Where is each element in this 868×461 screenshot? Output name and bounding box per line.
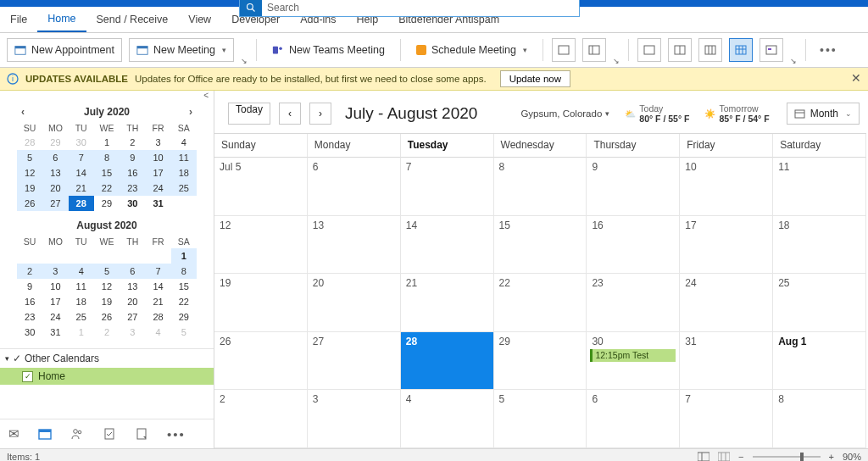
mini-day[interactable]: 2 bbox=[17, 264, 42, 279]
mini-day[interactable]: 12 bbox=[17, 165, 42, 181]
view-workweek-button[interactable] bbox=[582, 38, 606, 62]
mini-day[interactable]: 4 bbox=[145, 325, 170, 340]
mini-day[interactable]: 2 bbox=[94, 325, 120, 340]
mini-day[interactable]: 30 bbox=[17, 325, 42, 340]
day-cell[interactable]: 15 bbox=[494, 216, 587, 275]
day-cell[interactable]: 18 bbox=[773, 216, 866, 275]
mini-day[interactable]: 3 bbox=[120, 325, 145, 340]
mini-day[interactable]: 18 bbox=[171, 165, 197, 181]
day-cell[interactable]: 6 bbox=[308, 158, 401, 216]
mini-day[interactable]: 28 bbox=[69, 196, 94, 211]
mini-day[interactable]: 5 bbox=[17, 150, 42, 165]
mini-day[interactable]: 24 bbox=[145, 181, 170, 196]
mini-day[interactable]: 1 bbox=[94, 135, 120, 150]
zoom-slider[interactable] bbox=[753, 456, 821, 458]
mini-day[interactable]: 10 bbox=[42, 279, 68, 294]
mini-day[interactable]: 31 bbox=[145, 196, 170, 211]
mini-day[interactable]: 28 bbox=[17, 135, 42, 150]
close-icon[interactable]: ✕ bbox=[851, 71, 861, 85]
day-cell[interactable]: 21 bbox=[401, 274, 494, 332]
arrange-schedule-button[interactable] bbox=[760, 38, 783, 62]
mini-day[interactable]: 26 bbox=[17, 196, 42, 211]
prev-month-button[interactable]: ‹ bbox=[17, 106, 29, 118]
tasks-icon[interactable] bbox=[103, 427, 116, 441]
mini-day[interactable]: 20 bbox=[42, 181, 68, 196]
day-cell[interactable]: Aug 1 bbox=[773, 332, 866, 391]
day-cell[interactable]: Jul 5 bbox=[214, 158, 308, 216]
mini-day[interactable]: 13 bbox=[120, 279, 145, 294]
mini-day[interactable]: 14 bbox=[145, 279, 170, 294]
day-cell[interactable]: 29 bbox=[494, 332, 587, 391]
mini-day[interactable]: 27 bbox=[42, 196, 68, 211]
people-icon[interactable] bbox=[70, 427, 84, 441]
view-picker-button[interactable]: Month ⌄ bbox=[787, 103, 860, 125]
schedule-meeting-button[interactable]: Schedule Meeting ▾ bbox=[409, 39, 534, 61]
next-month-button[interactable]: › bbox=[185, 106, 197, 118]
day-cell[interactable]: 22 bbox=[494, 274, 587, 332]
checkbox-icon[interactable]: ✓ bbox=[22, 371, 33, 382]
new-teams-meeting-button[interactable]: New Teams Meeting bbox=[265, 39, 392, 61]
day-cell[interactable]: 3 bbox=[308, 390, 401, 448]
mini-day[interactable]: 6 bbox=[42, 150, 68, 165]
collapse-sidebar-button[interactable]: < bbox=[0, 91, 214, 103]
arrange-week-button[interactable] bbox=[698, 38, 722, 62]
day-cell[interactable]: 16 bbox=[587, 216, 680, 275]
new-meeting-button[interactable]: New Meeting ▾ bbox=[129, 38, 234, 62]
mini-day[interactable]: 29 bbox=[94, 196, 120, 211]
weather-tomorrow[interactable]: ☀️ Tomorrow 85° F / 54° F bbox=[704, 103, 769, 124]
mail-icon[interactable]: ✉ bbox=[8, 426, 19, 442]
mini-day[interactable]: 3 bbox=[145, 135, 170, 150]
day-cell[interactable]: 4 bbox=[401, 390, 494, 448]
mini-calendar-august[interactable]: August 2020 SUMOTUWETHFRSA 1234567891011… bbox=[0, 216, 214, 345]
zoom-level[interactable]: 90% bbox=[843, 452, 861, 461]
tab-home[interactable]: Home bbox=[37, 7, 86, 32]
day-cell[interactable]: 14 bbox=[401, 216, 494, 275]
mini-day[interactable]: 23 bbox=[120, 181, 145, 196]
mini-day[interactable]: 9 bbox=[120, 150, 145, 165]
mini-day[interactable]: 12 bbox=[94, 279, 120, 294]
view-reading-button[interactable] bbox=[718, 452, 730, 461]
group-launcher-icon[interactable]: ↘ bbox=[790, 57, 797, 65]
day-cell[interactable]: 20 bbox=[308, 274, 401, 332]
other-calendars-header[interactable]: ▾ ✓ Other Calendars bbox=[0, 349, 214, 368]
mini-day[interactable]: 5 bbox=[94, 264, 120, 279]
mini-day[interactable]: 26 bbox=[94, 309, 120, 325]
mini-day[interactable]: 8 bbox=[94, 150, 120, 165]
mini-day[interactable]: 1 bbox=[69, 325, 94, 340]
mini-day[interactable]: 19 bbox=[17, 181, 42, 196]
day-cell[interactable]: 25 bbox=[773, 274, 866, 332]
mini-day[interactable]: 16 bbox=[120, 165, 145, 181]
mini-day[interactable]: 21 bbox=[69, 181, 94, 196]
weather-today[interactable]: ⛅ Today 80° F / 55° F bbox=[625, 103, 689, 124]
day-cell[interactable]: 10 bbox=[680, 158, 773, 216]
tab-file[interactable]: File bbox=[0, 7, 37, 32]
mini-day[interactable]: 13 bbox=[42, 165, 68, 181]
day-cell[interactable]: 5 bbox=[494, 390, 587, 448]
mini-day[interactable]: 31 bbox=[42, 325, 68, 340]
mini-day[interactable]: 17 bbox=[42, 294, 68, 309]
mini-day[interactable]: 15 bbox=[94, 165, 120, 181]
mini-day[interactable]: 22 bbox=[171, 294, 197, 309]
arrange-day-button[interactable] bbox=[637, 38, 661, 62]
checkbox-icon[interactable]: ✓ bbox=[13, 353, 21, 364]
zoom-out-button[interactable]: − bbox=[738, 452, 743, 461]
day-cell[interactable]: 2 bbox=[214, 390, 308, 448]
mini-day[interactable]: 18 bbox=[69, 294, 94, 309]
mini-day[interactable]: 1 bbox=[171, 248, 197, 264]
arrange-month-button[interactable] bbox=[729, 38, 753, 62]
prev-range-button[interactable]: ‹ bbox=[279, 103, 301, 125]
update-now-button[interactable]: Update now bbox=[500, 70, 570, 87]
day-cell[interactable]: 17 bbox=[680, 216, 773, 275]
day-cell[interactable]: 7 bbox=[401, 158, 494, 216]
view-day-button[interactable] bbox=[552, 38, 576, 62]
mini-day[interactable]: 7 bbox=[69, 150, 94, 165]
day-cell[interactable]: 13 bbox=[308, 216, 401, 275]
day-cell[interactable]: 23 bbox=[587, 274, 680, 332]
mini-day[interactable]: 2 bbox=[120, 135, 145, 150]
mini-day[interactable]: 30 bbox=[120, 196, 145, 211]
zoom-in-button[interactable]: + bbox=[829, 452, 834, 461]
day-cell[interactable]: 9 bbox=[587, 158, 680, 216]
mini-day[interactable]: 16 bbox=[17, 294, 42, 309]
new-appointment-button[interactable]: New Appointment bbox=[7, 38, 122, 62]
day-cell[interactable]: 6 bbox=[587, 390, 680, 448]
